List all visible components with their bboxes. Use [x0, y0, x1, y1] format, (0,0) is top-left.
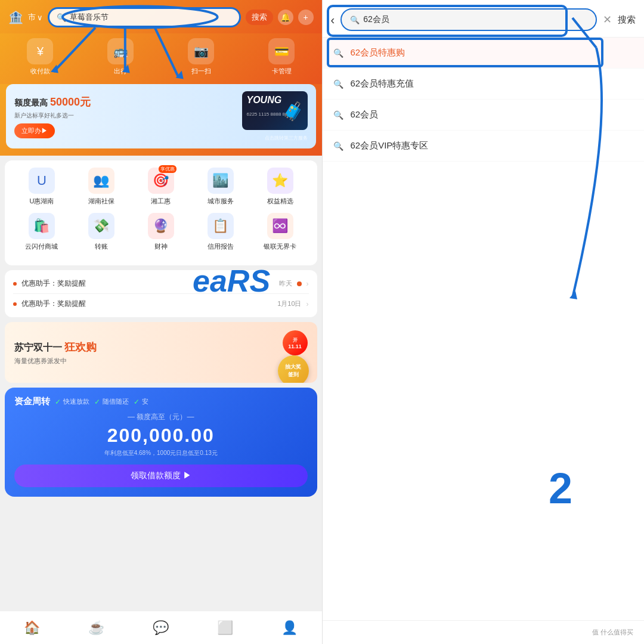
search-bar-left[interactable]: 🔍 草莓音乐节: [48, 7, 241, 27]
banner-title: 额度最高 50000元: [14, 95, 91, 109]
caishen-icon: 🔮: [148, 213, 174, 239]
left-panel: 🏦 市 ∨ 🔍 草莓音乐节 搜索 🔔 + ¥ 收付款 🚌 出行 📷 扫一扫: [0, 0, 322, 644]
notice-badge-1: [297, 281, 302, 286]
promo-banner-card[interactable]: 额度最高 50000元 新户达标享好礼多选一 立即办▶ YOUNG 6225 1…: [6, 84, 316, 148]
finance-title: 资金周转: [14, 396, 50, 407]
suggestion-search-icon-3: 🔍: [333, 110, 343, 120]
service-shop[interactable]: 🛍️ 云闪付商城: [18, 213, 66, 251]
right-panel: ‹ 🔍 62会员 ✕ 搜索 🔍 62会员特惠购 🔍 62会员特惠充值 🔍 62会…: [323, 0, 645, 644]
quick-action-payment[interactable]: ¥ 收付款: [19, 38, 61, 76]
notice-date-2: 1月10日: [277, 299, 301, 308]
enjoy-badge: 享优惠: [159, 165, 177, 173]
coffee-icon: ☕: [88, 620, 104, 636]
nav-home[interactable]: 🏠: [24, 620, 40, 636]
services-row-1: U U惠湖南 👥 湖南社保 🎯 享优惠 湘工惠 🏙️ 城市服务 ⭐ 权益精选: [12, 168, 310, 206]
app-logo: 🏦: [8, 10, 23, 24]
social-security-label: 湖南社保: [88, 197, 114, 206]
back-button[interactable]: ‹: [331, 13, 335, 27]
service-transfer[interactable]: 💸 转账: [78, 213, 125, 251]
infinite-card-icon: ♾️: [267, 213, 293, 239]
bottom-nav-left: 🏠 ☕ 💬 ⬜ 👤: [0, 611, 322, 644]
travel-icon: 🚌: [107, 38, 134, 64]
nav-message[interactable]: 💬: [153, 620, 169, 636]
badge1-text: 快速放款: [63, 397, 89, 406]
suggestion-text-4: 62会员VIP特惠专区: [351, 140, 429, 151]
search-input-value[interactable]: 62会员: [363, 14, 587, 25]
service-social-security[interactable]: 👥 湖南社保: [78, 168, 125, 206]
add-icon[interactable]: +: [298, 10, 314, 25]
notification-icon[interactable]: 🔔: [278, 10, 293, 25]
finance-note: 年利息低至4.68%，1000元日息低至0.13元: [14, 449, 308, 457]
quick-action-scan[interactable]: 📷 扫一扫: [180, 38, 222, 76]
service-benefits[interactable]: ⭐ 权益精选: [256, 168, 304, 206]
profile-icon: 👤: [281, 620, 298, 636]
card-label: 卡管理: [272, 67, 292, 76]
kai-text: 开: [293, 337, 298, 343]
banner-subtitle: 新户达标享好礼多选一: [14, 112, 91, 120]
social-security-icon: 👥: [88, 168, 114, 194]
prize-circle: 抽大奖 签到: [278, 355, 309, 383]
city-selector[interactable]: 市 ∨: [28, 12, 43, 23]
prize-button[interactable]: 抽大奖 签到: [278, 355, 309, 383]
nav-coffee[interactable]: ☕: [88, 620, 104, 636]
close-button[interactable]: ✕: [603, 13, 612, 26]
banner-amount: 50000元: [50, 96, 91, 108]
quick-action-travel[interactable]: 🚌 出行: [100, 38, 141, 76]
promo-left-content: 苏宁双十一 狂欢购 海量优惠券派发中: [14, 340, 97, 366]
right-header: ‹ 🔍 62会员 ✕ 搜索: [323, 0, 645, 38]
xiang-gong-label: 湘工惠: [151, 197, 171, 206]
scan-icon: 📷: [188, 38, 214, 64]
suggestion-item-2[interactable]: 🔍 62会员特惠充值: [323, 69, 645, 100]
search-button-left[interactable]: 搜索: [246, 10, 273, 25]
service-u-hui[interactable]: U U惠湖南: [18, 168, 66, 206]
benefits-icon: ⭐: [267, 168, 293, 194]
service-city[interactable]: 🏙️ 城市服务: [197, 168, 244, 206]
date-text: 11.11: [288, 343, 302, 349]
service-credit[interactable]: 📋 信用报告: [197, 213, 244, 251]
credit-icon: 📋: [208, 213, 234, 239]
banner-cta-button[interactable]: 立即办▶: [14, 123, 55, 138]
badge3-text: 安: [142, 397, 148, 406]
message-icon: 💬: [153, 620, 169, 636]
suggestion-item-3[interactable]: 🔍 62会员: [323, 100, 645, 131]
suggestion-search-icon-2: 🔍: [333, 79, 343, 89]
service-infinite-card[interactable]: ♾️ 银联无界卡: [256, 213, 304, 251]
suning-promo-banner[interactable]: 苏宁双十一 狂欢购 海量优惠券派发中 开 11.11 🎊 抽大奖 签到: [5, 322, 317, 383]
notice-item-2[interactable]: 优惠助手：奖励提醒 1月10日 ›: [13, 296, 309, 311]
suitcase-icon: 🧳: [282, 100, 304, 121]
finance-cta-button[interactable]: 领取借款额度 ▶: [14, 465, 308, 487]
suggestion-item-4[interactable]: 🔍 62会员VIP特惠专区: [323, 131, 645, 162]
services-row-2: 🛍️ 云闪付商城 💸 转账 🔮 财神 📋 信用报告 ♾️ 银联无界卡: [12, 213, 310, 251]
card-icon: 💳: [268, 38, 295, 64]
shop-icon: 🛍️: [29, 213, 55, 239]
nav-profile[interactable]: 👤: [281, 620, 298, 636]
banner-area: 额度最高 50000元 新户达标享好礼多选一 立即办▶ YOUNG 6225 1…: [0, 84, 322, 156]
notice-date-1: 昨天: [279, 279, 292, 288]
suggestion-text-2: 62会员特惠充值: [351, 78, 414, 89]
u-hui-label: U惠湖南: [29, 197, 54, 206]
nav-scan[interactable]: ⬜: [217, 620, 233, 636]
city-arrow: ∨: [37, 13, 43, 22]
quick-action-card[interactable]: 💳 卡管理: [261, 38, 302, 76]
service-caishen[interactable]: 🔮 财神: [137, 213, 185, 251]
notice-text-1: 优惠助手：奖励提醒: [21, 278, 274, 289]
u-hui-icon: U: [29, 168, 55, 194]
notice-section: 优惠助手：奖励提醒 昨天 › 优惠助手：奖励提醒 1月10日 ›: [5, 270, 317, 317]
notice-item-1[interactable]: 优惠助手：奖励提醒 昨天 ›: [13, 276, 309, 291]
check-icon-1: ✓: [55, 398, 61, 406]
suggestion-text-1: 62会员特惠购: [351, 47, 405, 58]
infinite-card-label: 银联无界卡: [264, 242, 296, 251]
promo-subtitle: 海量优惠券派发中: [14, 357, 97, 366]
search-text-left: 草莓音乐节: [70, 12, 232, 23]
finance-amount: 200,000.00: [14, 425, 308, 447]
prize-line2: 签到: [288, 371, 299, 379]
notice-arrow-1: ›: [306, 280, 309, 288]
suggestion-item-1[interactable]: 🔍 62会员特惠购: [323, 38, 645, 69]
nav-scan-icon: ⬜: [217, 620, 233, 636]
banner-right-content: YOUNG 6225 1115 8888 8888 🧳 点击跳转第三方服务: [242, 91, 308, 141]
search-bar-right[interactable]: 🔍 62会员: [340, 8, 597, 31]
search-button-right[interactable]: 搜索: [618, 14, 636, 26]
benefits-label: 权益精选: [267, 197, 293, 206]
notice-dot-2: [13, 302, 17, 306]
service-xiang-gong[interactable]: 🎯 享优惠 湘工惠: [137, 168, 185, 206]
